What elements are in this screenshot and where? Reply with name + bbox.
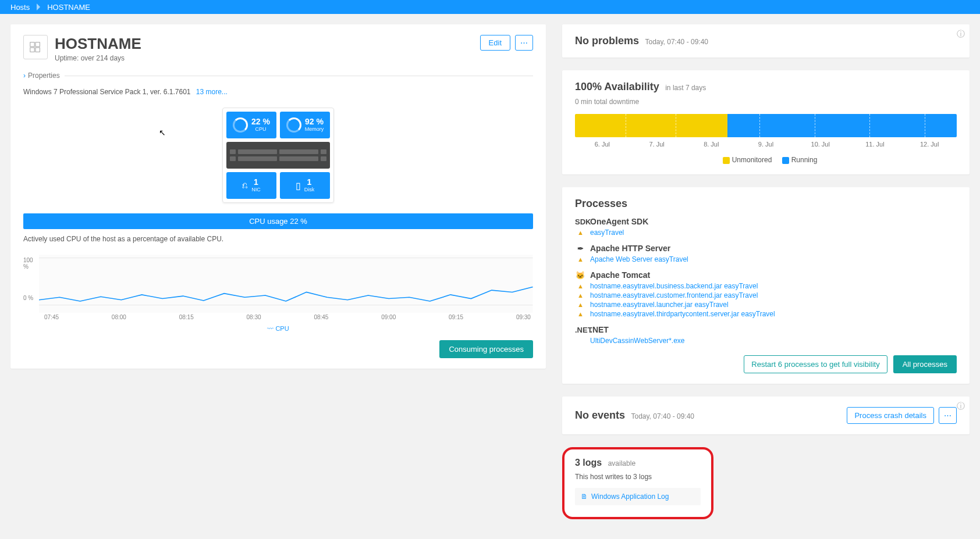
process-item[interactable]: ▲hostname.easytravel.customer.frontend.j… <box>577 291 957 299</box>
log-link[interactable]: Windows Application Log <box>591 492 669 501</box>
availability-bar <box>575 114 957 137</box>
x-tick: 09:00 <box>381 314 396 320</box>
process-link[interactable]: hostname.easytravel.launcher.jar easyTra… <box>590 301 729 309</box>
cpu-sparkline <box>39 255 533 313</box>
cpu-tile[interactable]: 22 %CPU <box>226 112 276 138</box>
host-title: HOSTNAME <box>55 35 141 53</box>
consuming-processes-button[interactable]: Consuming processes <box>439 340 533 358</box>
availability-panel: 100% Availability in last 7 days 0 min t… <box>562 70 970 174</box>
process-item[interactable]: UltiDevCassinWebServer*.exe <box>577 337 957 345</box>
process-item[interactable]: ▲Apache Web Server easyTravel <box>577 255 957 263</box>
cursor-icon: ↖ <box>159 128 166 137</box>
svg-rect-2 <box>30 48 34 52</box>
process-group-name: Apache Tomcat <box>590 270 650 280</box>
logs-title: 3 logs <box>575 458 602 467</box>
process-group-icon: .NET <box>575 326 585 334</box>
disk-icon: ▯ <box>296 180 301 191</box>
problems-panel: ⓘ No problems Today, 07:40 - 09:40 <box>562 24 970 58</box>
host-tiles: 22 %CPU 92 %Memory ⎌ 1N <box>222 108 334 203</box>
nic-tile[interactable]: ⎌ 1NIC <box>226 172 276 199</box>
process-link[interactable]: hostname.easytravel.business.backend.jar… <box>590 282 758 290</box>
memory-label-text: Memory <box>305 127 324 133</box>
os-more-link[interactable]: 13 more... <box>196 88 228 96</box>
process-item[interactable]: ▲hostname.easytravel.business.backend.ja… <box>577 282 957 290</box>
process-link[interactable]: hostname.easytravel.customer.frontend.ja… <box>590 291 758 299</box>
svg-rect-4 <box>39 255 533 313</box>
availability-range: in last 7 days <box>665 84 706 92</box>
process-item[interactable]: ▲hostname.easytravel.thirdpartycontent.s… <box>577 310 957 318</box>
breadcrumb: Hosts HOSTNAME <box>0 0 980 14</box>
svg-rect-1 <box>35 42 40 47</box>
availability-legend: Unmonitored Running <box>575 156 957 164</box>
problems-range: Today, 07:40 - 09:40 <box>645 38 708 46</box>
date-tick: 8. Jul <box>684 141 738 148</box>
memory-tile[interactable]: 92 %Memory <box>280 112 330 138</box>
restart-processes-button[interactable]: Restart 6 processes to get full visibili… <box>744 355 887 373</box>
properties-label: Properties <box>28 72 60 80</box>
os-text: Windows 7 Professional Service Pack 1, v… <box>23 88 190 96</box>
breadcrumb-root[interactable]: Hosts <box>6 3 34 12</box>
date-tick: 9. Jul <box>738 141 793 148</box>
events-title: No events <box>575 409 625 421</box>
nic-label-text: NIC <box>251 187 261 193</box>
process-group-name: OneAgent SDK <box>590 217 648 226</box>
edit-button[interactable]: Edit <box>480 35 510 51</box>
availability-downtime: 0 min total downtime <box>575 98 957 106</box>
process-item[interactable]: ▲hostname.easytravel.launcher.jar easyTr… <box>577 301 957 309</box>
events-more-button[interactable]: ⋯ <box>939 407 957 424</box>
processes-title: Processes <box>575 198 957 210</box>
server-tile <box>226 142 330 169</box>
unmonitored-swatch <box>723 157 730 164</box>
warning-icon: ▲ <box>577 301 585 308</box>
events-range: Today, 07:40 - 09:40 <box>631 412 694 420</box>
svg-rect-0 <box>30 42 34 47</box>
memory-value: 92 % <box>305 117 324 126</box>
svg-rect-3 <box>35 48 40 52</box>
date-tick: 6. Jul <box>575 141 630 148</box>
host-uptime: Uptime: over 214 days <box>55 54 141 62</box>
x-tick: 08:15 <box>179 314 194 320</box>
availability-dates: 6. Jul 7. Jul 8. Jul 9. Jul 10. Jul 11. … <box>575 141 957 148</box>
disk-label-text: Disk <box>304 187 315 193</box>
processes-panel: Processes SDKOneAgent SDK▲easyTravel✒Apa… <box>562 187 970 384</box>
warning-icon: ▲ <box>577 283 585 290</box>
cpu-usage-bar: CPU usage 22 % <box>23 213 533 229</box>
x-tick: 08:45 <box>314 314 328 320</box>
warning-icon: ▲ <box>577 229 585 236</box>
process-link[interactable]: hostname.easytravel.thirdpartycontent.se… <box>590 310 775 318</box>
problems-title: No problems <box>575 35 639 47</box>
x-axis: 07:45 08:00 08:15 08:30 08:45 09:00 09:1… <box>23 313 533 320</box>
host-panel: ↖ HOSTNAME Uptime: over 214 days Edit ⋯ … <box>10 24 546 369</box>
memory-ring-icon <box>286 117 301 133</box>
all-processes-button[interactable]: All processes <box>893 355 957 373</box>
date-tick: 7. Jul <box>630 141 684 148</box>
cpu-value: 22 % <box>251 117 270 126</box>
log-item[interactable]: 🗎 Windows Application Log <box>575 488 701 505</box>
log-file-icon: 🗎 <box>581 492 588 501</box>
process-group-name: .NET <box>590 325 609 334</box>
date-tick: 11. Jul <box>848 141 903 148</box>
process-crash-details-button[interactable]: Process crash details <box>847 407 934 424</box>
date-tick: 12. Jul <box>902 141 957 148</box>
cpu-usage-desc: Actively used CPU of the host as a perce… <box>23 235 533 243</box>
info-icon[interactable]: ⓘ <box>957 29 965 40</box>
process-item[interactable]: ▲easyTravel <box>577 229 957 237</box>
x-tick: 09:15 <box>449 314 463 320</box>
events-panel: ⓘ No events Today, 07:40 - 09:40 Process… <box>562 397 970 434</box>
process-link[interactable]: UltiDevCassinWebServer*.exe <box>590 337 685 345</box>
warning-icon: ▲ <box>577 256 585 263</box>
disk-value: 1 <box>307 178 312 187</box>
process-group-icon: 🐱 <box>575 271 585 280</box>
process-link[interactable]: Apache Web Server easyTravel <box>590 255 688 263</box>
x-tick: 07:45 <box>44 314 59 320</box>
chart-legend: 〰 CPU <box>23 325 533 332</box>
host-more-button[interactable]: ⋯ <box>515 35 533 51</box>
process-link[interactable]: easyTravel <box>590 229 624 237</box>
info-icon[interactable]: ⓘ <box>957 401 965 412</box>
date-tick: 10. Jul <box>793 141 848 148</box>
chevron-right-icon <box>37 3 40 10</box>
properties-toggle[interactable]: › Properties <box>23 72 533 80</box>
windows-icon <box>23 35 48 59</box>
disk-tile[interactable]: ▯ 1Disk <box>280 172 330 199</box>
running-swatch <box>782 157 789 164</box>
